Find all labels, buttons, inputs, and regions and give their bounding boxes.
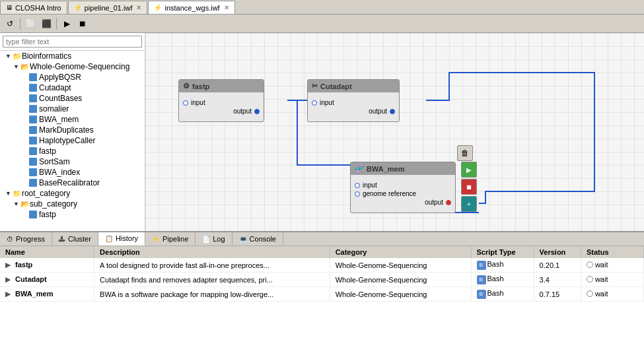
label-somalier: somalier: [39, 104, 69, 114]
log-icon: 📄: [202, 236, 210, 243]
cell-desc-0: A tool designed to provide fast all-in-o…: [94, 258, 330, 273]
cutadapt-node[interactable]: ✂ Cutadapt input output: [307, 79, 400, 122]
tab-log-label: Log: [213, 235, 225, 243]
tab-history[interactable]: 📋 History: [98, 232, 145, 246]
fastp-output-port[interactable]: output: [183, 108, 260, 115]
expand-arrow-0[interactable]: ▶: [5, 261, 11, 269]
tool-icon-fastp: [29, 147, 37, 155]
tree-item-haplotypecaller[interactable]: HaplotypeCaller: [0, 135, 145, 146]
cutadapt-input-port[interactable]: input: [312, 99, 395, 106]
save-button[interactable]: ⬜: [23, 16, 38, 31]
bwamem-input-label: input: [363, 182, 377, 189]
cutadapt-output-dot: [390, 109, 395, 114]
tool-icon-bwaindex: [29, 168, 37, 176]
open-button[interactable]: ⬛: [39, 16, 54, 31]
bwamem-genome-port[interactable]: genome reference: [355, 190, 451, 197]
label-cutadapt: Cutadapt: [39, 83, 71, 92]
tree-item-root-category[interactable]: ▼ 📁 root_category: [0, 188, 145, 199]
label-baserecalibrator: BaseRecalibrator: [39, 178, 100, 187]
bottom-panel: ⏱ Progress 🖧 Cluster 📋 History ⚡ Pipelin…: [0, 231, 644, 363]
tab-log[interactable]: 📄 Log: [196, 232, 232, 246]
expand-arrow-2[interactable]: ▶: [5, 290, 11, 298]
table-row[interactable]: ▶ BWA_mem BWA is a software package for …: [0, 287, 644, 302]
bwamem-node[interactable]: 🧬 BWA_mem input genome reference output: [350, 162, 456, 213]
search-input[interactable]: [3, 36, 142, 48]
tree-item-bioinformatics[interactable]: ▼ 📁 Bioinformatics: [0, 51, 145, 61]
bwamem-node-body: input genome reference output: [351, 175, 455, 213]
fastp-output-label: output: [233, 108, 252, 115]
label-applybqsr: ApplyBQSR: [39, 73, 81, 82]
tab-pipeline01-close[interactable]: ✕: [136, 4, 141, 11]
tree-item-applybqsr[interactable]: ApplyBQSR: [0, 72, 145, 82]
cell-name-1: ▶ Cutadapt: [0, 273, 94, 287]
stop-node-button[interactable]: ⏹: [461, 179, 477, 195]
tab-closha[interactable]: 🖥 CLOSHA Intro: [0, 1, 67, 14]
bwamem-output-port[interactable]: output: [355, 199, 451, 206]
tree-item-baserecalibrator[interactable]: BaseRecalibrator: [0, 178, 145, 188]
tab-instancewgs-close[interactable]: ✕: [224, 4, 229, 11]
tree-item-somalier[interactable]: somalier: [0, 104, 145, 114]
tab-pipeline-label: Pipeline: [162, 235, 188, 243]
bwamem-input-port[interactable]: input: [355, 182, 451, 189]
tool-icon-bwamem: [29, 116, 37, 123]
cutadapt-node-header: ✂ Cutadapt: [308, 80, 399, 92]
cell-status-0: wait: [581, 258, 643, 273]
run-button[interactable]: ▶: [59, 16, 74, 31]
tree-item-bwamem[interactable]: BWA_mem: [0, 114, 145, 125]
tab-console[interactable]: 💻 Console: [233, 232, 283, 246]
tab-history-label: History: [116, 234, 138, 242]
fastp-header-icon: ⚙: [183, 82, 190, 90]
label-bwaindex: BWA_index: [39, 168, 80, 177]
label-bioinformatics: Bioinformatics: [22, 51, 71, 61]
fastp-input-port[interactable]: input: [183, 99, 260, 106]
tree-item-fastp2[interactable]: fastp: [0, 209, 145, 220]
tab-pipeline[interactable]: ⚡ Pipeline: [145, 232, 196, 246]
closha-icon: 🖥: [6, 4, 13, 11]
console-icon: 💻: [239, 236, 247, 243]
cutadapt-header-icon: ✂: [312, 82, 318, 90]
tab-instancewgs-label: instance_wgs.iwf: [164, 4, 219, 12]
fastp-node[interactable]: ⚙ fastp input output: [178, 79, 264, 122]
folder-icon-wgs: 📂: [20, 63, 30, 71]
cell-name-0: ▶ fastp: [0, 258, 94, 273]
label-markduplicates: MarkDuplicates: [39, 125, 94, 135]
cutadapt-node-body: input output: [308, 92, 399, 121]
refresh-button[interactable]: ↺: [3, 16, 17, 31]
cutadapt-output-port[interactable]: output: [312, 108, 395, 115]
folder-icon-sub: 📂: [20, 200, 30, 209]
bwamem-input-dot: [355, 183, 360, 188]
col-header-name: Name: [0, 246, 94, 258]
tool-icon-applybqsr: [29, 73, 37, 81]
pipeline-icon: ⚡: [152, 236, 160, 243]
run-node-button[interactable]: ▶: [461, 162, 477, 178]
table-row[interactable]: ▶ fastp A tool designed to provide fast …: [0, 258, 644, 273]
tree-item-sortsam[interactable]: SortSam: [0, 156, 145, 167]
tree-item-countbases[interactable]: CountBases: [0, 93, 145, 104]
stop-button[interactable]: ⏹: [75, 16, 90, 31]
expand-arrow-1[interactable]: ▶: [5, 275, 11, 283]
tree-item-markduplicates[interactable]: MarkDuplicates: [0, 125, 145, 135]
add-node-button[interactable]: +: [461, 196, 477, 212]
trash-button[interactable]: 🗑: [457, 145, 473, 161]
cutadapt-output-label: output: [369, 108, 387, 115]
tab-pipeline01[interactable]: ⚡ pipeline_01.iwf ✕: [68, 1, 148, 14]
workflow-canvas[interactable]: ⚙ fastp input output ✂ Cutadapt: [145, 33, 644, 231]
label-sortsam: SortSam: [39, 157, 70, 166]
fastp-input-label: input: [191, 99, 205, 106]
tool-icon-markduplicates: [29, 126, 37, 134]
tab-cluster-label: Cluster: [68, 235, 91, 243]
table-row[interactable]: ▶ Cutadapt Cutadapt finds and removes ad…: [0, 273, 644, 287]
col-header-category: Category: [330, 246, 471, 258]
tab-instancewgs[interactable]: ⚡ instance_wgs.iwf ✕: [148, 1, 234, 14]
tree-item-cutadapt[interactable]: Cutadapt: [0, 82, 145, 93]
col-header-version: Version: [534, 246, 581, 258]
tree-item-wgs[interactable]: ▼ 📂 Whole-Genome-Sequencing: [0, 61, 145, 72]
tree-item-bwaindex[interactable]: BWA_index: [0, 167, 145, 178]
status-dot-1: [587, 276, 593, 282]
tool-icon-haplotypecaller: [29, 137, 37, 145]
tree-item-fastp[interactable]: fastp: [0, 146, 145, 156]
tab-cluster[interactable]: 🖧 Cluster: [52, 232, 98, 246]
node-actions: ▶ ⏹ +: [461, 162, 477, 212]
tab-progress[interactable]: ⏱ Progress: [0, 232, 52, 246]
tree-item-sub-category[interactable]: ▼ 📂 sub_category: [0, 199, 145, 209]
